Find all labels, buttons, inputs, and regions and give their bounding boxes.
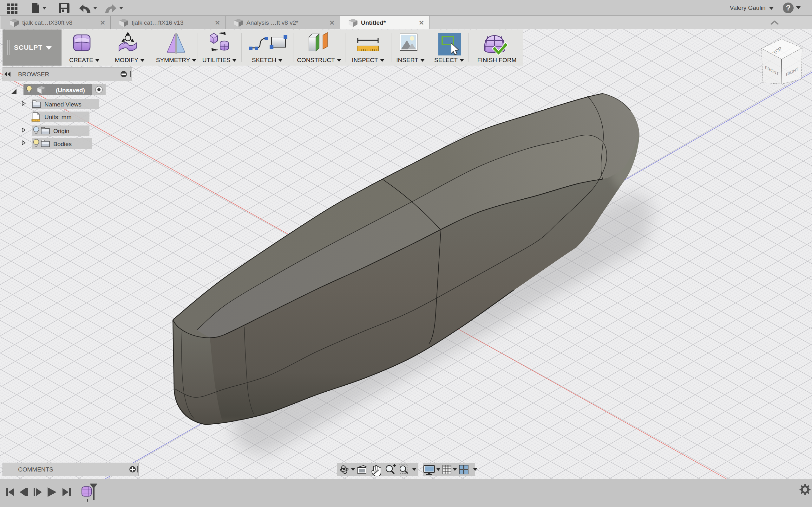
svg-text:Origin: Origin [53,128,69,134]
svg-text:Units: mm: Units: mm [44,114,72,120]
svg-text:?: ? [786,3,791,12]
svg-text:BROWSER: BROWSER [18,71,49,78]
svg-text:Named Views: Named Views [44,101,82,108]
svg-text:(Unsaved): (Unsaved) [56,87,85,94]
svg-text:Bodies: Bodies [53,141,72,147]
